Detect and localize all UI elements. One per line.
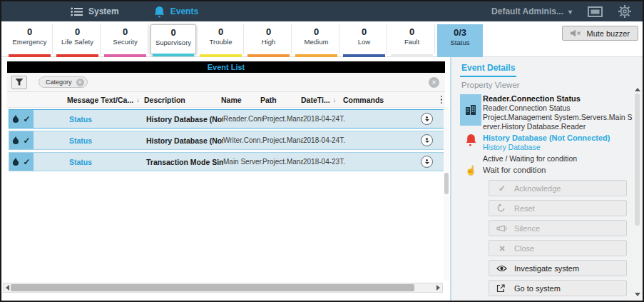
counter-label: Supervisory — [151, 38, 195, 47]
row-command-button[interactable] — [421, 134, 433, 146]
column-label: Commands — [343, 96, 384, 104]
scroll-left-icon[interactable] — [6, 285, 9, 291]
details-expander[interactable]: ▲ Details — [482, 300, 627, 301]
horn-icon — [496, 225, 508, 232]
counter-tile-high[interactable]: 0 High — [246, 24, 292, 54]
nav-item-system[interactable]: System — [71, 6, 119, 16]
nav-system-label: System — [88, 6, 119, 16]
column-header-date[interactable]: DateTi... ↓ — [301, 96, 343, 104]
counter-tile-emergency[interactable]: 0 Emergency — [7, 24, 53, 54]
acknowledge-button[interactable]: ✓ Acknowledge — [489, 180, 627, 196]
event-row[interactable]: ✓ Status Transaction Mode Simple Main Se… — [9, 152, 445, 171]
event-row[interactable]: ✓ Status History Database (Not Co Writer… — [9, 131, 445, 150]
event-instruction: Wait for condition — [483, 166, 633, 175]
counter-tile-status[interactable]: 0/3 Status — [437, 24, 483, 57]
tab-event-details[interactable]: Event Details — [460, 61, 516, 77]
mute-buzzer-button[interactable]: Mute buzzer — [562, 26, 638, 41]
scroll-down-icon[interactable] — [635, 293, 640, 296]
remove-filter-icon[interactable] — [76, 79, 84, 86]
counter-tile-fault[interactable]: 0 Fault — [389, 24, 435, 54]
filter-funnel-button[interactable] — [11, 76, 27, 89]
column-header-path[interactable]: Path — [260, 96, 301, 104]
property-viewer-label[interactable]: Property Viewer — [461, 81, 633, 89]
event-title[interactable]: History Database (Not Connected) — [483, 134, 633, 143]
scrollbar-thumb[interactable] — [11, 284, 414, 291]
event-category: Status — [69, 158, 146, 166]
nav-item-events[interactable]: Events — [153, 6, 198, 18]
top-navigation-bar: System Events Default Adminis... ▾ — [1, 1, 643, 21]
acknowledged-check-icon: ✓ — [23, 136, 30, 146]
counter-value: 0/3 — [437, 27, 483, 38]
event-path: Project.Mana — [262, 136, 303, 144]
counter-tile-trouble[interactable]: 0 Trouble — [198, 24, 244, 54]
event-details-panel: Event Details Property Viewer Reader.Con… — [450, 57, 643, 301]
event-category: Status — [69, 136, 146, 145]
display-monitor-icon[interactable] — [588, 6, 603, 17]
counter-value: 0 — [342, 26, 387, 37]
counter-label: Low — [342, 37, 387, 46]
topbar-right-group: Default Adminis... ▾ — [491, 5, 631, 18]
counter-tile-security[interactable]: 0 Security — [103, 24, 148, 54]
scrollbar-thumb[interactable] — [635, 94, 640, 226]
flame-icon — [12, 114, 19, 124]
button-label: Go to system — [514, 284, 561, 293]
row-command-button[interactable] — [421, 156, 433, 168]
clear-filters-icon[interactable] — [429, 77, 439, 88]
alarm-bell-icon — [459, 134, 483, 152]
counter-value: 0 — [55, 26, 100, 37]
column-header-description[interactable]: Description — [144, 96, 221, 104]
table-horizontal-scrollbar[interactable] — [3, 283, 443, 293]
event-name: Main Server.. — [223, 158, 262, 166]
scroll-right-icon[interactable] — [436, 285, 440, 291]
column-header-message[interactable]: Message Text/Ca... ↓ — [67, 96, 144, 104]
column-options-icon[interactable] — [441, 96, 443, 104]
silence-button[interactable]: Silence — [489, 220, 627, 236]
reset-arrow-icon — [496, 203, 508, 213]
counter-tile-supervisory[interactable]: 0 Supervisory — [150, 24, 196, 54]
go-to-system-button[interactable]: Go to system — [489, 280, 627, 296]
flame-icon — [12, 136, 19, 145]
counter-label: Trouble — [198, 37, 243, 46]
counter-tile-low[interactable]: 0 Low — [342, 24, 387, 54]
filter-chip-category[interactable]: Category — [39, 76, 88, 88]
gear-icon[interactable] — [618, 5, 631, 18]
column-label: DateTi... — [301, 96, 330, 104]
event-list-panel: Event List Category Message Text/Ca... ↓ — [1, 57, 450, 301]
details-footer: i ▲ Details — [459, 300, 633, 301]
column-header-commands[interactable]: Commands — [343, 96, 445, 104]
source-title: Reader.Connection Status — [483, 94, 633, 104]
close-event-button[interactable]: × Close — [489, 240, 627, 256]
counter-label: Emergency — [7, 37, 52, 46]
muted-speaker-icon — [571, 29, 581, 37]
table-header-row: Message Text/Ca... ↓ Description Name Pa… — [7, 92, 445, 108]
table-vertical-scrollbar[interactable] — [444, 107, 449, 281]
application-window: System Events Default Adminis... ▾ 0 Eme… — [0, 0, 644, 302]
event-severity-cell: ✓ — [9, 153, 34, 171]
user-menu[interactable]: Default Adminis... ▾ — [491, 6, 572, 16]
event-severity-cell: ✓ — [9, 110, 34, 128]
mute-buzzer-label: Mute buzzer — [586, 29, 630, 38]
details-vertical-scrollbar[interactable] — [633, 86, 641, 298]
counter-tile-medium[interactable]: 0 Medium — [294, 24, 339, 54]
event-list-title: Event List — [7, 61, 445, 73]
events-bell-icon — [153, 6, 165, 18]
counter-tile-life-safety[interactable]: 0 Life Safety — [55, 24, 101, 54]
chevron-down-icon: ▾ — [568, 8, 572, 16]
acknowledged-check-icon: ✓ — [23, 157, 30, 167]
column-header-name[interactable]: Name — [221, 96, 260, 104]
counter-value: 0 — [7, 26, 52, 37]
reset-button[interactable]: Reset — [489, 200, 627, 216]
scroll-up-icon[interactable] — [635, 88, 640, 91]
event-subtitle[interactable]: History Database — [483, 143, 633, 152]
button-label: Reset — [514, 204, 535, 213]
nav-events-label: Events — [170, 6, 198, 16]
event-row[interactable]: ✓ Status History Database (Not Co Reader… — [9, 109, 445, 129]
row-command-button[interactable] — [421, 113, 433, 125]
investigate-system-button[interactable]: Investigate system — [489, 260, 627, 276]
category-color-bar — [153, 54, 194, 56]
event-category-summary-bar: 0 Emergency 0 Life Safety 0 Security 0 S… — [1, 21, 643, 57]
event-description: History Database (Not Co — [146, 115, 223, 124]
counter-label: Life Safety — [55, 37, 100, 46]
column-label: Name — [221, 96, 242, 104]
column-label: Message Text/Ca... — [67, 96, 133, 104]
